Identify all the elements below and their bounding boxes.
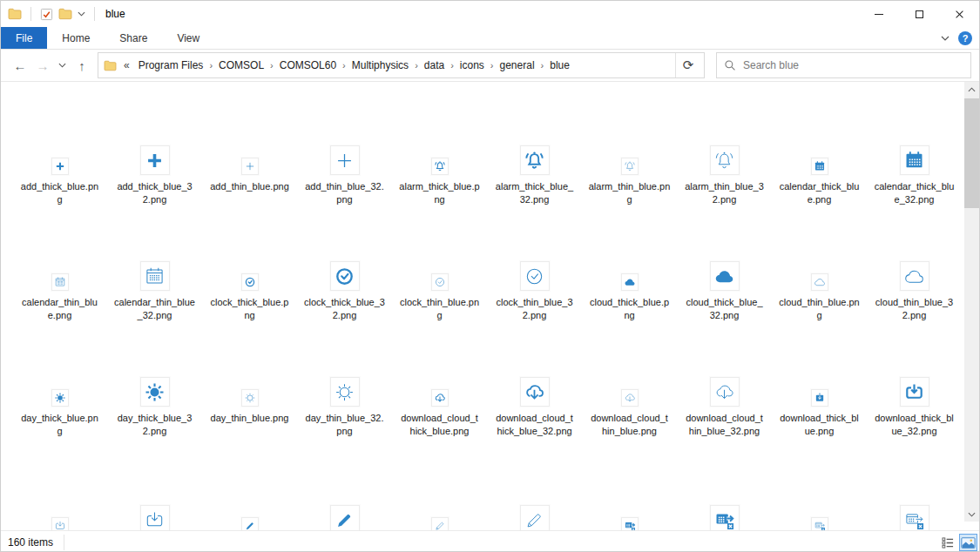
breadcrumb-item[interactable]: blue — [544, 59, 575, 71]
file-item[interactable]: calendar_thin_blue_32.png — [107, 241, 202, 357]
search-icon — [724, 59, 736, 71]
file-item[interactable] — [867, 485, 962, 530]
file-item[interactable] — [202, 485, 297, 530]
scroll-up-icon[interactable] — [964, 82, 979, 97]
file-name: add_thin_blue_32.png — [304, 180, 386, 206]
file-item[interactable]: alarm_thin_blue.png — [582, 125, 677, 241]
file-name: calendar_thick_blue.png — [779, 180, 861, 206]
breadcrumb-item[interactable]: Multiphysics — [347, 59, 414, 71]
tab-home[interactable]: Home — [47, 27, 105, 49]
scroll-down-icon[interactable] — [964, 507, 979, 522]
breadcrumb-item[interactable]: icons — [455, 59, 490, 71]
file-item[interactable] — [392, 485, 487, 530]
file-item[interactable]: calendar_thick_blue_32.png — [867, 125, 962, 241]
file-item[interactable]: day_thin_blue.png — [202, 357, 297, 485]
minimize-button[interactable] — [859, 1, 899, 27]
breadcrumb-overflow[interactable]: « — [118, 59, 133, 71]
file-item[interactable] — [582, 485, 677, 530]
up-button[interactable]: ↑ — [71, 55, 92, 76]
file-item[interactable] — [297, 485, 392, 530]
minimize-ribbon-chevron-icon[interactable] — [941, 36, 950, 41]
cloud-thick-icon — [710, 261, 740, 291]
large-icons-view-button[interactable] — [959, 534, 977, 551]
file-item[interactable] — [12, 485, 107, 530]
folder-icon — [8, 8, 22, 20]
file-thumbnail — [900, 125, 929, 175]
file-item[interactable]: add_thin_blue_32.png — [297, 125, 392, 241]
file-item[interactable]: cloud_thick_blue.png — [582, 241, 677, 357]
file-item[interactable]: download_thick_blue.png — [772, 357, 867, 485]
file-item[interactable]: alarm_thick_blue.png — [392, 125, 487, 241]
file-item[interactable] — [677, 485, 772, 530]
file-thumbnail — [431, 125, 449, 175]
tab-share[interactable]: Share — [105, 27, 162, 49]
file-item[interactable]: download_cloud_thick_blue.png — [392, 357, 487, 485]
file-item[interactable] — [107, 485, 202, 530]
file-item[interactable]: add_thick_blue_32.png — [107, 125, 202, 241]
file-name: clock_thin_blue_32.png — [494, 296, 576, 322]
file-item[interactable]: calendar_thin_blue.png — [12, 241, 107, 357]
file-name: alarm_thin_blue.png — [589, 180, 671, 206]
file-item[interactable] — [772, 485, 867, 530]
file-item[interactable]: download_thick_blue_32.png — [867, 357, 962, 485]
file-item[interactable]: clock_thin_blue.png — [392, 241, 487, 357]
file-item[interactable]: add_thick_blue.png — [12, 125, 107, 241]
address-dropdown-chevron-icon[interactable] — [658, 63, 675, 68]
tableexp-thick-icon — [621, 517, 639, 530]
calendar-thick-icon — [900, 145, 929, 175]
file-item[interactable]: clock_thick_blue_32.png — [297, 241, 392, 357]
maximize-button[interactable] — [899, 1, 939, 27]
file-thumbnail — [811, 485, 828, 530]
recent-locations-chevron-icon[interactable] — [58, 63, 66, 68]
refresh-button[interactable]: ⟳ — [676, 53, 700, 77]
file-item[interactable] — [487, 485, 582, 530]
file-name: cloud_thick_blue.png — [589, 296, 671, 322]
file-item[interactable]: cloud_thin_blue_32.png — [867, 241, 962, 357]
customize-qat-chevron-icon[interactable] — [78, 11, 85, 17]
file-name: add_thick_blue_32.png — [114, 180, 196, 206]
file-item[interactable]: clock_thick_blue.png — [202, 241, 297, 357]
file-thumbnail — [710, 125, 740, 175]
file-name: alarm_thin_blue_32.png — [684, 180, 766, 206]
file-item[interactable]: cloud_thick_blue_32.png — [677, 241, 772, 357]
file-item[interactable]: download_cloud_thin_blue.png — [582, 357, 677, 485]
file-name: day_thick_blue.png — [19, 412, 101, 438]
help-button[interactable]: ? — [958, 31, 972, 45]
breadcrumb-item[interactable]: COMSOL — [213, 59, 269, 71]
back-button[interactable]: ← — [10, 55, 30, 76]
tab-view[interactable]: View — [162, 27, 214, 49]
forward-button[interactable]: → — [32, 55, 53, 76]
details-view-button[interactable] — [939, 534, 957, 551]
file-item[interactable]: calendar_thick_blue.png — [772, 125, 867, 241]
file-thumbnail — [51, 241, 69, 291]
file-thumbnail — [621, 485, 639, 530]
scrollbar-thumb[interactable] — [964, 98, 979, 208]
vertical-scrollbar[interactable] — [964, 82, 979, 522]
address-bar[interactable]: « Program Files›COMSOL›COMSOL60›Multiphy… — [98, 52, 705, 78]
calendar-thin-icon — [140, 261, 170, 291]
tab-file[interactable]: File — [1, 27, 47, 49]
breadcrumb-item[interactable]: COMSOL60 — [274, 59, 341, 71]
clock-thin-icon — [431, 273, 449, 291]
breadcrumb-item[interactable]: general — [495, 59, 540, 71]
file-item[interactable]: alarm_thin_blue_32.png — [677, 125, 772, 241]
breadcrumb-item[interactable]: data — [419, 59, 449, 71]
file-name: clock_thick_blue.png — [209, 296, 291, 322]
search-input[interactable]: Search blue — [716, 52, 971, 78]
file-item[interactable]: download_cloud_thick_blue_32.png — [487, 357, 582, 485]
properties-check-icon[interactable] — [40, 8, 53, 21]
file-item[interactable]: cloud_thin_blue.png — [772, 241, 867, 357]
new-folder-icon[interactable] — [58, 8, 72, 20]
status-bar: 160 items — [1, 530, 979, 552]
close-button[interactable] — [939, 1, 979, 27]
file-item[interactable]: add_thin_blue.png — [202, 125, 297, 241]
file-item[interactable]: download_cloud_thin_blue_32.png — [677, 357, 772, 485]
file-item[interactable]: day_thick_blue_32.png — [107, 357, 202, 485]
file-thumbnail — [140, 357, 170, 407]
breadcrumb-item[interactable]: Program Files — [133, 59, 209, 71]
file-item[interactable]: clock_thin_blue_32.png — [487, 241, 582, 357]
file-item[interactable]: day_thin_blue_32.png — [297, 357, 392, 485]
file-thumbnail — [140, 485, 170, 530]
file-item[interactable]: day_thick_blue.png — [12, 357, 107, 485]
file-item[interactable]: alarm_thick_blue_32.png — [487, 125, 582, 241]
